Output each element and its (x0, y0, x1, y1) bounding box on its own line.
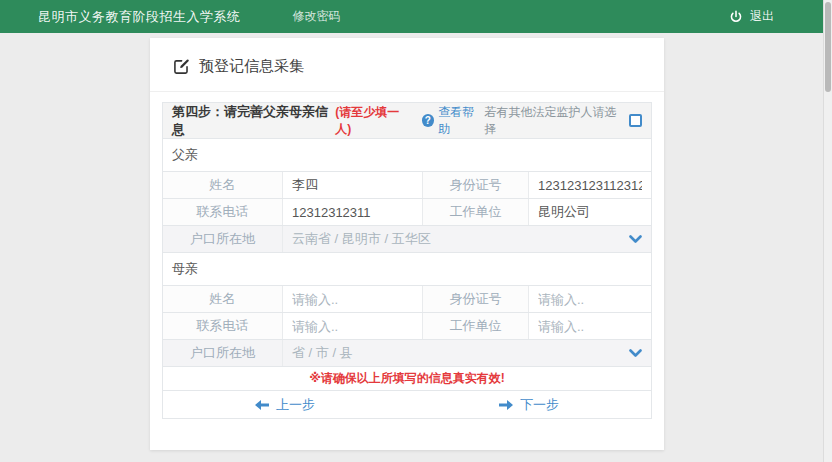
mother-row-residence: 户口所在地 省 / 市 / 县 (163, 340, 651, 367)
validity-warning: ※请确保以上所填写的信息真实有效! (163, 367, 651, 391)
view-help-label: 查看帮助 (438, 104, 484, 138)
father-name-label: 姓名 (163, 172, 283, 198)
mother-residence-placeholder: 省 / 市 / 县 (292, 344, 353, 362)
mother-section-header: 母亲 (163, 253, 651, 286)
father-residence-label: 户口所在地 (163, 226, 283, 252)
father-work-cell (529, 199, 651, 225)
step-hint: (请至少填一人) (335, 104, 412, 138)
other-guardian-label: 若有其他法定监护人请选择 (484, 104, 623, 138)
arrow-right-icon (499, 400, 513, 410)
logout-button[interactable]: 退出 (729, 8, 774, 25)
father-id-label: 身份证号 (423, 172, 529, 198)
mother-phone-input[interactable] (283, 314, 422, 338)
father-phone-cell (283, 199, 423, 225)
father-name-input[interactable] (283, 173, 422, 197)
logout-label: 退出 (750, 8, 774, 25)
page-title: 预登记信息采集 (150, 38, 664, 92)
father-work-input[interactable] (529, 200, 651, 224)
father-id-cell (529, 172, 651, 198)
vertical-scrollbar[interactable] (823, 0, 832, 462)
view-help-link[interactable]: ? 查看帮助 (422, 104, 485, 138)
main-card: 预登记信息采集 第四步：请完善父亲母亲信息 (请至少填一人) ? 查看帮助 若有… (150, 38, 664, 450)
change-password-link[interactable]: 修改密码 (293, 8, 341, 25)
father-name-cell (283, 172, 423, 198)
step-title: 第四步：请完善父亲母亲信息 (172, 103, 335, 139)
father-residence-select[interactable]: 云南省 / 昆明市 / 五华区 (283, 226, 651, 252)
chevron-down-icon (629, 235, 642, 244)
step-navigation: 上一步 下一步 (163, 391, 651, 418)
father-id-input[interactable] (529, 173, 651, 197)
father-work-label: 工作单位 (423, 199, 529, 225)
mother-work-cell (529, 313, 651, 339)
mother-id-input[interactable] (529, 287, 651, 311)
prev-step-label: 上一步 (276, 396, 315, 414)
father-residence-value: 云南省 / 昆明市 / 五华区 (292, 230, 431, 248)
mother-id-label: 身份证号 (423, 286, 529, 312)
father-phone-label: 联系电话 (163, 199, 283, 225)
mother-residence-select[interactable]: 省 / 市 / 县 (283, 340, 651, 366)
father-row-name-id: 姓名 身份证号 (163, 172, 651, 199)
mother-name-cell (283, 286, 423, 312)
mother-residence-label: 户口所在地 (163, 340, 283, 366)
mother-id-cell (529, 286, 651, 312)
power-icon (729, 10, 743, 24)
other-guardian-checkbox[interactable] (629, 114, 642, 127)
arrow-left-icon (255, 400, 269, 410)
mother-phone-cell (283, 313, 423, 339)
father-section-header: 父亲 (163, 139, 651, 172)
father-row-phone-work: 联系电话 工作单位 (163, 199, 651, 226)
mother-row-name-id: 姓名 身份证号 (163, 286, 651, 313)
mother-phone-label: 联系电话 (163, 313, 283, 339)
chevron-down-icon (629, 349, 642, 358)
mother-work-label: 工作单位 (423, 313, 529, 339)
question-circle-icon: ? (422, 114, 435, 127)
mother-work-input[interactable] (529, 314, 651, 338)
next-step-button[interactable]: 下一步 (407, 391, 651, 418)
other-guardian-option: 若有其他法定监护人请选择 (484, 104, 642, 138)
mother-name-label: 姓名 (163, 286, 283, 312)
father-row-residence: 户口所在地 云南省 / 昆明市 / 五华区 (163, 226, 651, 253)
mother-row-phone-work: 联系电话 工作单位 (163, 313, 651, 340)
edit-icon (173, 58, 190, 75)
app-title[interactable]: 昆明市义务教育阶段招生入学系统 (38, 8, 241, 26)
mother-name-input[interactable] (283, 287, 422, 311)
prev-step-button[interactable]: 上一步 (163, 391, 407, 418)
parent-info-form: 第四步：请完善父亲母亲信息 (请至少填一人) ? 查看帮助 若有其他法定监护人请… (162, 102, 652, 419)
step-header: 第四步：请完善父亲母亲信息 (请至少填一人) ? 查看帮助 若有其他法定监护人请… (163, 103, 651, 139)
top-navbar: 昆明市义务教育阶段招生入学系统 修改密码 退出 (0, 0, 832, 33)
father-phone-input[interactable] (283, 200, 422, 224)
scrollbar-thumb[interactable] (825, 2, 831, 92)
next-step-label: 下一步 (520, 396, 559, 414)
page-title-text: 预登记信息采集 (199, 57, 304, 76)
